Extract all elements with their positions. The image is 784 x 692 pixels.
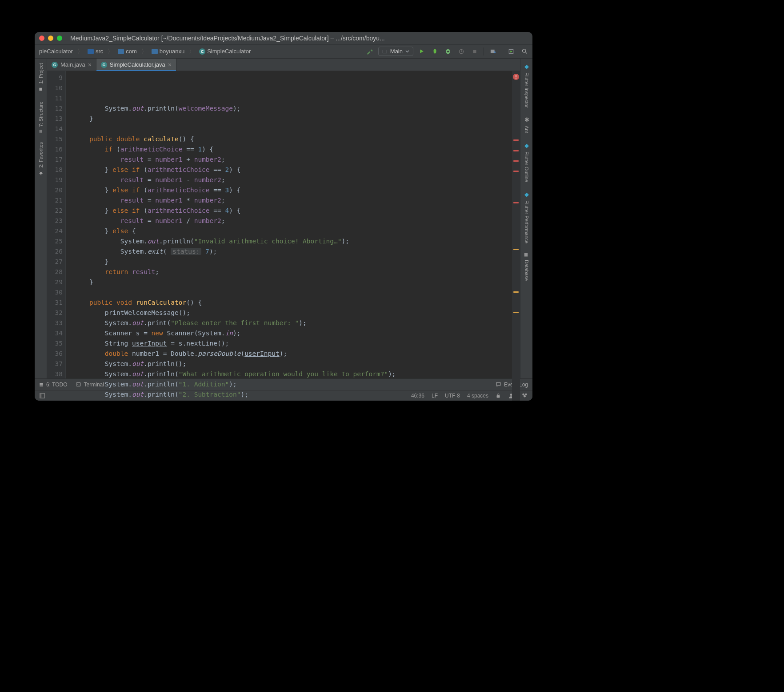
debug-icon[interactable]: [429, 46, 440, 57]
code-line[interactable]: public double calculate() {: [74, 134, 506, 144]
breadcrumb-item[interactable]: CSimpleCalculator: [196, 47, 253, 56]
code-line[interactable]: }: [74, 257, 506, 267]
line-number: 33: [47, 318, 63, 328]
breadcrumb-item[interactable]: src: [85, 47, 106, 56]
close-icon[interactable]: [39, 36, 44, 41]
svg-point-12: [524, 395, 526, 397]
breadcrumb-item[interactable]: boyuanxu: [149, 47, 187, 56]
code-line[interactable]: } else {: [74, 226, 506, 236]
stop-icon[interactable]: [469, 46, 480, 57]
code-content[interactable]: System.out.println(welcomeMessage); } pu…: [66, 71, 512, 401]
warning-mark[interactable]: [513, 291, 519, 293]
code-line[interactable]: }: [74, 114, 506, 124]
code-line[interactable]: System.out.println();: [74, 359, 506, 369]
line-number: 34: [47, 328, 63, 338]
tool-window-button[interactable]: ★2: Favorites: [36, 138, 46, 181]
todo-toolwindow-button[interactable]: ≣ 6: TODO: [39, 382, 68, 388]
code-line[interactable]: System.out.println("3. Multiplication");: [74, 400, 506, 401]
breadcrumb-separator: 〉: [141, 48, 147, 56]
code-line[interactable]: double number1 = Double.parseDouble(user…: [74, 349, 506, 359]
error-mark[interactable]: [513, 139, 519, 141]
code-line[interactable]: System.exit( status: 7);: [74, 247, 506, 257]
close-icon[interactable]: ×: [168, 61, 172, 68]
tool-label: 1: Project: [38, 63, 44, 84]
code-line[interactable]: result = number1 - number2;: [74, 175, 506, 185]
search-everywhere-icon[interactable]: [519, 46, 530, 57]
profile-icon[interactable]: [456, 46, 467, 57]
line-number: 15: [47, 134, 63, 144]
breadcrumb-item[interactable]: pleCalculator: [36, 47, 76, 56]
build-icon[interactable]: [365, 46, 376, 57]
update-project-icon[interactable]: [488, 46, 498, 57]
code-line[interactable]: System.out.println("Invalid arithmetic c…: [74, 236, 506, 247]
line-number: 29: [47, 277, 63, 287]
right-tool-sidebar: ◆Flutter Inspector✱Ant◆Flutter Outline◆F…: [520, 59, 532, 401]
breadcrumb-separator: 〉: [108, 48, 113, 56]
code-line[interactable]: result = number1 + number2;: [74, 155, 506, 165]
maximize-icon[interactable]: [57, 36, 62, 41]
editor-tab[interactable]: CSimpleCalculator.java×: [96, 59, 176, 71]
code-line[interactable]: [74, 124, 506, 134]
ide-window: MediumJava2_SimpleCalculator [~/Document…: [35, 32, 532, 401]
tool-window-button[interactable]: ✱Ant: [521, 112, 532, 138]
tool-icon: ■: [37, 86, 44, 93]
close-icon[interactable]: ×: [88, 61, 92, 68]
code-line[interactable]: } else if (arithmeticChoice == 2) {: [74, 165, 506, 175]
tool-window-button[interactable]: ◆Flutter Inspector: [521, 59, 532, 112]
line-number: 37: [47, 359, 63, 369]
tool-window-button[interactable]: ◆Flutter Performance: [521, 187, 532, 248]
run-config-selector[interactable]: Main: [378, 47, 413, 56]
code-line[interactable]: printWelcomeMessage();: [74, 308, 506, 318]
code-line[interactable]: String userInput = s.nextLine();: [74, 338, 506, 349]
code-editor[interactable]: 9101112131415161718192021222324252627282…: [47, 71, 520, 401]
minimize-icon[interactable]: [48, 36, 53, 41]
left-tool-sidebar: ■1: Project≡7: Structure★2: Favorites: [35, 59, 47, 401]
class-icon: C: [199, 48, 205, 55]
code-line[interactable]: public void runCalculator() {: [74, 298, 506, 308]
line-number: 13: [47, 114, 63, 124]
tool-window-button[interactable]: ≣Database: [521, 248, 532, 285]
tool-icon: ✱: [523, 116, 530, 123]
error-mark[interactable]: [513, 171, 519, 172]
code-line[interactable]: } else if (arithmeticChoice == 4) {: [74, 206, 506, 216]
line-number: 32: [47, 308, 63, 318]
tool-label: 2: Favorites: [38, 142, 44, 167]
error-stripe[interactable]: !: [512, 71, 520, 401]
tool-window-button[interactable]: ◆Flutter Outline: [521, 138, 532, 187]
code-line[interactable]: result = number1 / number2;: [74, 216, 506, 226]
breadcrumb-item[interactable]: com: [115, 47, 140, 56]
editor-tab[interactable]: CMain.java×: [47, 59, 96, 71]
coverage-icon[interactable]: [443, 46, 453, 57]
tool-label: 7: Structure: [38, 102, 44, 127]
error-mark[interactable]: [513, 160, 519, 162]
code-line[interactable]: } else if (arithmeticChoice == 3) {: [74, 185, 506, 195]
line-number: 11: [47, 93, 63, 103]
code-line[interactable]: System.out.print("Please enter the first…: [74, 318, 506, 328]
code-line[interactable]: [74, 287, 506, 298]
tool-window-button[interactable]: ≡7: Structure: [36, 97, 46, 137]
analysis-error-icon[interactable]: !: [513, 74, 519, 80]
line-number: 25: [47, 236, 63, 247]
code-line[interactable]: }: [74, 277, 506, 287]
error-mark[interactable]: [513, 150, 519, 151]
code-line[interactable]: System.out.println("1. Addition");: [74, 379, 506, 390]
toolbar-right: Main: [365, 46, 530, 57]
svg-rect-2: [473, 50, 476, 53]
code-line[interactable]: if (arithmeticChoice == 1) {: [74, 144, 506, 155]
code-line[interactable]: System.out.println("What arithmetic oper…: [74, 369, 506, 379]
run-config-label: Main: [390, 48, 403, 55]
run-icon[interactable]: [416, 46, 427, 57]
code-line[interactable]: Scanner s = new Scanner(System.in);: [74, 328, 506, 338]
warning-mark[interactable]: [513, 312, 519, 313]
breadcrumb-label: pleCalculator: [39, 48, 73, 55]
error-mark[interactable]: [513, 202, 519, 203]
code-line[interactable]: result = number1 * number2;: [74, 195, 506, 206]
settings-sync-icon[interactable]: [521, 393, 528, 399]
ide-settings-icon[interactable]: [506, 46, 516, 57]
tool-window-button[interactable]: ■1: Project: [36, 59, 46, 97]
code-line[interactable]: System.out.println("2. Subtraction");: [74, 390, 506, 400]
warning-mark[interactable]: [513, 249, 519, 250]
code-line[interactable]: System.out.println(welcomeMessage);: [74, 103, 506, 114]
tool-window-quick-access-icon[interactable]: [39, 393, 45, 399]
code-line[interactable]: return result;: [74, 267, 506, 277]
